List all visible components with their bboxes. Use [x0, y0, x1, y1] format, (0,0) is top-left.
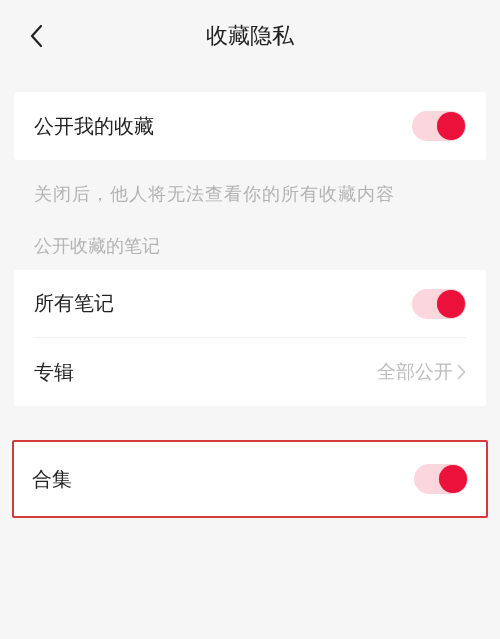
page-title: 收藏隐私: [206, 21, 294, 51]
back-button[interactable]: [22, 22, 50, 50]
row-albums[interactable]: 专辑 全部公开: [14, 338, 486, 406]
toggle-collections[interactable]: [414, 464, 468, 494]
chevron-left-icon: [29, 24, 43, 48]
section-public-favorites: 公开我的收藏: [14, 92, 486, 160]
row-collections: 合集: [14, 446, 486, 512]
row-public-my-favorites: 公开我的收藏: [14, 92, 486, 160]
help-text: 关闭后，他人将无法查看你的所有收藏内容: [34, 182, 466, 206]
row-label: 所有笔记: [34, 290, 114, 317]
section-collections-highlighted: 合集: [12, 440, 488, 518]
row-label: 公开我的收藏: [34, 113, 154, 140]
row-value-albums: 全部公开: [377, 359, 466, 385]
row-all-notes: 所有笔记: [14, 270, 486, 338]
toggle-public-my-favorites[interactable]: [412, 111, 466, 141]
group-label-public-notes: 公开收藏的笔记: [34, 234, 466, 258]
albums-value-text: 全部公开: [377, 359, 453, 385]
header: 收藏隐私: [0, 0, 500, 72]
chevron-right-icon: [457, 364, 466, 380]
section-public-notes: 所有笔记 专辑 全部公开: [14, 270, 486, 406]
row-label: 专辑: [34, 359, 74, 386]
toggle-all-notes[interactable]: [412, 289, 466, 319]
row-label: 合集: [32, 466, 72, 493]
